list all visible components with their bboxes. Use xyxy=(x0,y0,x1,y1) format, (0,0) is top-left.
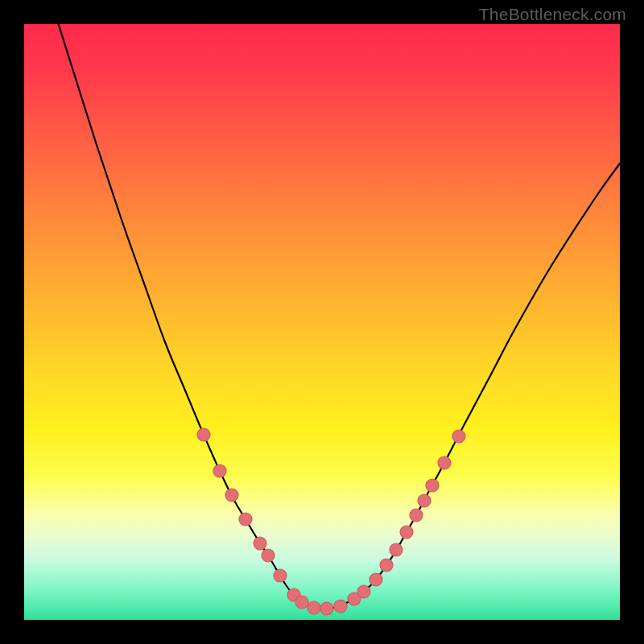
chart-plot-area xyxy=(24,24,620,620)
data-dot xyxy=(390,543,402,556)
data-dot xyxy=(452,430,465,443)
data-dot xyxy=(334,600,347,613)
data-dot xyxy=(400,526,413,539)
chart-frame: TheBottleneck.com xyxy=(0,0,644,644)
data-dot xyxy=(426,479,439,492)
data-dot xyxy=(225,489,238,502)
data-dots xyxy=(197,428,465,615)
data-dot xyxy=(357,585,370,598)
curve-line xyxy=(48,0,620,609)
data-dot xyxy=(213,464,226,477)
watermark-text: TheBottleneck.com xyxy=(479,5,626,24)
data-dot xyxy=(295,596,308,609)
data-dot xyxy=(239,513,252,526)
data-dot xyxy=(438,456,451,469)
data-dot xyxy=(308,601,320,614)
chart-svg xyxy=(24,24,620,620)
data-dot xyxy=(254,537,266,550)
data-dot xyxy=(418,494,431,507)
data-dot xyxy=(380,559,393,572)
data-dot xyxy=(274,569,287,582)
data-dot xyxy=(410,509,423,522)
data-dot xyxy=(262,549,275,562)
data-dot xyxy=(320,602,333,615)
data-dot xyxy=(197,428,210,441)
data-dot xyxy=(369,573,382,586)
